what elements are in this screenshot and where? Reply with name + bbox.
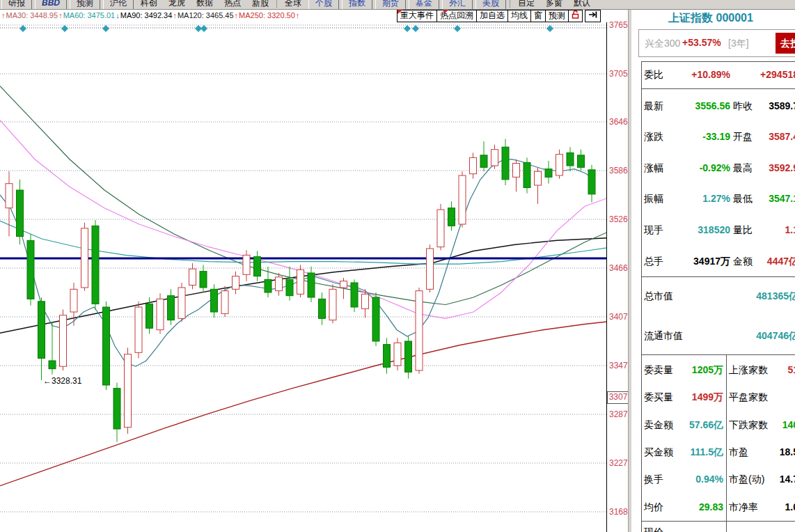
tab-全球[interactable]: 全球 — [279, 0, 307, 8]
fund-promo-box: 兴全300 +53.57% [3年] 去投资 — [638, 29, 795, 57]
row-value-2: +294518 — [722, 68, 795, 81]
candle-down — [405, 341, 412, 372]
chart-button-预测[interactable]: 预测 — [545, 10, 569, 22]
candle-up — [178, 288, 185, 318]
event-diamond-icon — [102, 25, 109, 32]
panel-row-现价: 现价 — [631, 525, 795, 532]
candle-down — [545, 169, 552, 178]
row-label-2: 平盘家数 — [729, 390, 768, 404]
quote-panel: 上证指数 000001 兴全300 +53.57% [3年] 去投资 现价 委比… — [631, 10, 795, 532]
candle-up — [329, 289, 336, 320]
row-label: 现价 — [644, 525, 663, 532]
axis-boxed-label: 3307 — [607, 391, 629, 404]
tab-科创[interactable]: 科创 — [135, 0, 163, 8]
ma-label: MA30: 3448.95 — [6, 11, 58, 19]
tab-基金[interactable]: 基金 — [409, 0, 439, 10]
event-diamond-icon — [454, 25, 461, 32]
candle-down — [448, 208, 455, 226]
candle-down — [578, 155, 585, 168]
candle-up — [189, 269, 196, 285]
event-diamond-icon — [412, 25, 419, 32]
main-menu-tabs: 研报BBD预测沪伦科创龙虎数据热点新股全球个股指数期货基金外汇美股自定多窗默认 — [0, 0, 596, 10]
row-value: 1499万 — [666, 390, 723, 404]
go-to-latest-icon[interactable] — [585, 10, 601, 22]
chart-button-窗[interactable]: 窗 — [530, 10, 546, 22]
tab-沪伦[interactable]: 沪伦 — [103, 0, 134, 10]
row-label: 换手 — [644, 472, 663, 486]
tab-数据[interactable]: 数据 — [191, 0, 219, 8]
ma-line-MA10 — [0, 159, 595, 367]
tab-个股[interactable]: 个股 — [308, 0, 339, 10]
row-label: 总市值 — [644, 289, 673, 303]
y-axis-label: 3466 — [609, 263, 628, 273]
panel-row-委比: 委比+10.89%+294518 — [631, 68, 795, 81]
unlock-glyph — [572, 10, 579, 19]
event-diamond-icon — [546, 25, 553, 32]
event-diamond-icon — [200, 25, 207, 32]
event-diamond-icon — [19, 25, 26, 32]
trend-arrow-icon: ↑ — [58, 11, 63, 19]
row-value: 57.66亿 — [666, 418, 723, 432]
row-value: 404746亿 — [715, 329, 795, 343]
candle-up — [535, 171, 542, 185]
y-axis-label: 3287 — [609, 409, 628, 419]
y-axis-label: 3168 — [609, 507, 628, 517]
tab-多窗[interactable]: 多窗 — [540, 0, 568, 8]
row-label: 流通市值 — [644, 329, 683, 343]
tab-预测[interactable]: 预测 — [70, 0, 100, 10]
candle-up — [491, 150, 498, 166]
candle-up — [470, 157, 477, 173]
lock-icon[interactable] — [568, 10, 583, 22]
tab-热点[interactable]: 热点 — [219, 0, 246, 8]
tab-自定[interactable]: 自定 — [512, 0, 540, 8]
candle-up — [394, 343, 401, 366]
fund-period: [3年] — [728, 38, 749, 50]
low-annotation: ←3328.31 — [43, 376, 82, 386]
tab-BBD[interactable]: BBD — [35, 0, 67, 10]
y-axis-label: 3526 — [609, 214, 628, 224]
divider — [641, 276, 795, 277]
fund-gain: +53.57% — [682, 37, 721, 48]
candle-down — [384, 345, 391, 368]
row-value: 0.94% — [666, 472, 723, 486]
event-diamond-icon — [61, 25, 68, 32]
tab-指数[interactable]: 指数 — [342, 0, 372, 10]
tab-外汇[interactable]: 外汇 — [442, 0, 473, 10]
tab-研报[interactable]: 研报 — [1, 0, 32, 10]
candle-down — [372, 297, 379, 341]
kline-chart-svg[interactable]: ←3328.31 — [0, 22, 607, 532]
tab-默认[interactable]: 默认 — [568, 0, 596, 8]
candle-up — [297, 269, 304, 294]
candle-down — [168, 296, 175, 320]
panel-row-卖金额: 卖金额57.66亿下跌家数140 — [631, 418, 795, 432]
candle-up — [81, 228, 88, 288]
candle-down — [200, 272, 207, 288]
trend-arrow-icon: ↓ — [116, 11, 120, 19]
invest-button[interactable]: 去投资 — [776, 33, 795, 54]
candle-up — [6, 184, 13, 208]
fund-name: 兴全300 — [645, 38, 680, 50]
candle-down — [480, 155, 487, 168]
candle-up — [427, 249, 434, 289]
divider — [641, 61, 795, 62]
candle-down — [211, 289, 218, 312]
tab-美股[interactable]: 美股 — [475, 0, 506, 10]
trend-arrow-icon: ↑ — [296, 11, 300, 19]
candle-down — [286, 279, 293, 295]
candle-down — [351, 283, 358, 307]
row-value-2: 1.1 — [722, 223, 795, 237]
tab-新股[interactable]: 新股 — [246, 0, 274, 8]
chart-button-均线[interactable]: 均线 — [507, 10, 531, 22]
tab-龙虎[interactable]: 龙虎 — [163, 0, 191, 8]
row-value: 111.5亿 — [666, 445, 723, 459]
kline-chart-area[interactable]: ←3328.31 — [0, 22, 607, 532]
row-value-2: 3592.9 — [722, 161, 795, 175]
chart-button-热点回溯[interactable]: 热点回溯 — [436, 10, 477, 22]
tab-期货[interactable]: 期货 — [375, 0, 406, 10]
chart-button-加自选[interactable]: 加自选 — [476, 10, 508, 22]
row-value: 318520 — [659, 223, 730, 237]
y-axis-label: 3765 — [609, 20, 628, 30]
toolbar-separator — [276, 0, 277, 8]
row-value-2: 51 — [736, 363, 795, 377]
row-label: 均价 — [644, 500, 663, 514]
